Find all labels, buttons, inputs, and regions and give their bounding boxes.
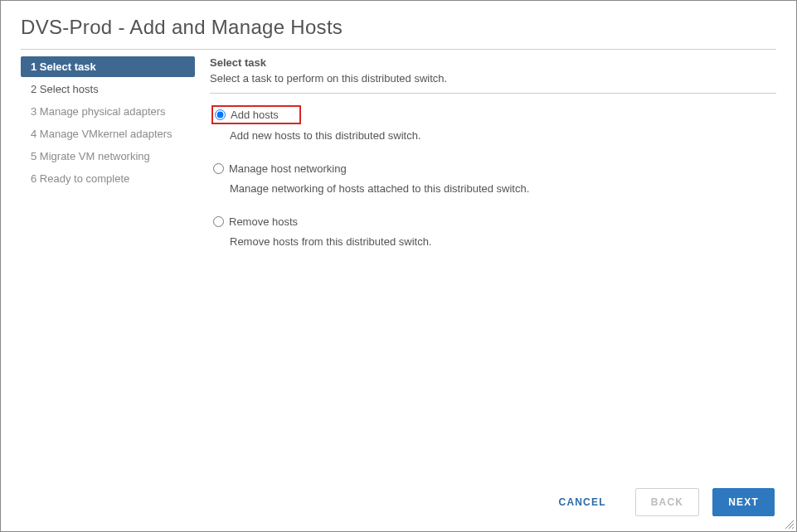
option-remove-hosts-row[interactable]: Remove hosts bbox=[211, 213, 776, 230]
option-manage-networking: Manage host networking Manage networking… bbox=[210, 160, 776, 195]
wizard-step-label: Ready to complete bbox=[40, 172, 129, 185]
wizard-step-label: Manage VMkernel adapters bbox=[40, 128, 173, 140]
option-desc: Add new hosts to this distributed switch… bbox=[230, 129, 776, 142]
wizard-step-num: 6 bbox=[31, 172, 36, 185]
radio-add-hosts[interactable] bbox=[215, 109, 226, 120]
content-divider bbox=[210, 93, 776, 94]
option-label: Remove hosts bbox=[229, 215, 298, 228]
back-button: BACK bbox=[635, 488, 699, 516]
option-manage-networking-row[interactable]: Manage host networking bbox=[211, 160, 776, 177]
wizard-dialog: DVS-Prod - Add and Manage Hosts 1 Select… bbox=[0, 0, 797, 532]
wizard-step-2[interactable]: 2 Select hosts bbox=[21, 79, 195, 99]
wizard-step-6: 6 Ready to complete bbox=[21, 168, 195, 189]
content-description: Select a task to perform on this distrib… bbox=[210, 72, 776, 85]
wizard-step-label: Migrate VM networking bbox=[40, 150, 150, 162]
wizard-step-label: Select hosts bbox=[40, 83, 99, 95]
content-heading: Select task bbox=[210, 56, 776, 69]
dialog-header: DVS-Prod - Add and Manage Hosts bbox=[1, 1, 796, 49]
next-button[interactable]: NEXT bbox=[712, 488, 775, 516]
option-label: Add hosts bbox=[231, 109, 279, 121]
option-add-hosts: Add hosts Add new hosts to this distribu… bbox=[210, 105, 776, 142]
wizard-step-label: Manage physical adapters bbox=[40, 105, 166, 118]
option-desc: Manage networking of hosts attached to t… bbox=[230, 182, 776, 195]
radio-manage-networking[interactable] bbox=[213, 163, 224, 174]
wizard-step-3: 3 Manage physical adapters bbox=[21, 101, 195, 122]
option-remove-hosts: Remove hosts Remove hosts from this dist… bbox=[210, 213, 776, 248]
wizard-step-num: 1 bbox=[31, 60, 36, 73]
option-desc: Remove hosts from this distributed switc… bbox=[230, 235, 776, 248]
option-add-hosts-row[interactable]: Add hosts bbox=[211, 105, 301, 124]
dialog-body: 1 Select task 2 Select hosts 3 Manage ph… bbox=[1, 50, 796, 476]
wizard-step-label: Select task bbox=[40, 60, 96, 73]
dialog-footer: CANCEL BACK NEXT bbox=[1, 476, 796, 531]
wizard-step-4: 4 Manage VMkernel adapters bbox=[21, 123, 195, 144]
radio-remove-hosts[interactable] bbox=[213, 216, 224, 227]
wizard-step-num: 3 bbox=[31, 105, 36, 118]
content-pane: Select task Select a task to perform on … bbox=[210, 55, 776, 476]
cancel-button[interactable]: CANCEL bbox=[543, 488, 622, 516]
wizard-step-num: 5 bbox=[31, 150, 36, 162]
wizard-step-num: 4 bbox=[31, 128, 36, 140]
wizard-step-1[interactable]: 1 Select task bbox=[21, 56, 195, 77]
wizard-step-num: 2 bbox=[31, 83, 36, 95]
dialog-title: DVS-Prod - Add and Manage Hosts bbox=[21, 16, 776, 39]
wizard-step-5: 5 Migrate VM networking bbox=[21, 146, 195, 167]
wizard-nav: 1 Select task 2 Select hosts 3 Manage ph… bbox=[21, 55, 195, 476]
option-label: Manage host networking bbox=[229, 162, 347, 175]
